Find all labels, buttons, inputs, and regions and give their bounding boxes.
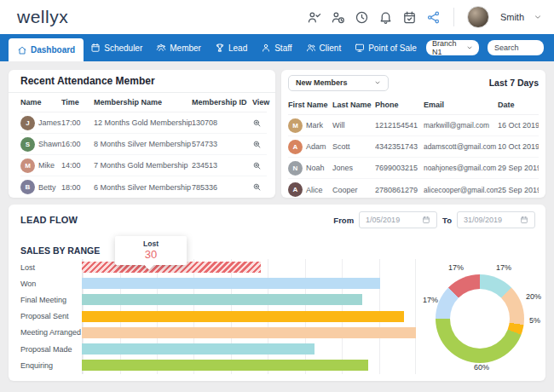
donut-chart[interactable] [436, 274, 524, 363]
header-icons [307, 10, 441, 25]
attendance-title-row: Recent Attendance Member [9, 70, 275, 93]
calendar-icon [520, 216, 528, 224]
bar-row-meeting-arranged: Meeting Arranged [20, 325, 421, 341]
attendance-time: 18:00 [61, 183, 94, 192]
tab-label: Member [170, 43, 201, 53]
bar-meeting-arranged[interactable] [82, 327, 416, 338]
member-avatar: A [288, 140, 303, 154]
to-date-input[interactable]: 31/09/2019 [457, 211, 535, 228]
view-icon[interactable] [252, 161, 267, 170]
col-membership-name: Membership Name [94, 98, 192, 107]
bar-track [82, 278, 416, 289]
bar-proposal-made[interactable] [82, 343, 315, 355]
bar-track [82, 294, 416, 305]
bell-icon[interactable] [378, 10, 393, 25]
tab-scheduler[interactable]: Scheduler [84, 34, 149, 61]
attendance-row: JJames17:0012 Months Gold Membership1307… [20, 112, 267, 134]
email: noahjones@gmail.com [424, 164, 498, 172]
user-clock-icon[interactable] [331, 10, 345, 25]
col-membership-id: Membership ID [192, 98, 252, 107]
join-date: 25 Sep 2019 [498, 186, 539, 194]
tab-client[interactable]: Client [299, 34, 349, 61]
recent-attendance-card: Recent Attendance Member Name Time Membe… [9, 70, 275, 198]
bar-enquiring[interactable] [82, 360, 368, 371]
donut-label: 20% [526, 292, 541, 301]
attendance-table-body: JJames17:0012 Months Gold Membership1307… [9, 112, 275, 198]
donut-label: 17% [448, 263, 464, 272]
members-filter-select[interactable]: New Members [288, 75, 389, 91]
user-name[interactable]: Smith [500, 12, 524, 22]
tab-label: Client [320, 43, 342, 53]
new-members-card: New Members Last 7 Days First Name Last … [281, 70, 545, 198]
header-divider [453, 8, 454, 26]
member-name: James [38, 118, 61, 127]
branch-select-value: Branch N1 [432, 39, 466, 56]
bar-won[interactable] [82, 278, 380, 289]
tab-staff[interactable]: Staff [254, 34, 298, 61]
calendar-icon [422, 216, 430, 224]
first-name: Noah [306, 164, 325, 172]
calendar-check-icon[interactable] [402, 10, 417, 25]
phone: 2780861279 [375, 186, 424, 194]
lead-flow-card: LEAD FLOW From 1/05/2019 To 31/09/2019 S… [9, 205, 545, 381]
search-input[interactable] [488, 40, 544, 55]
from-date-value: 1/05/2019 [366, 216, 400, 224]
bar-track [82, 360, 416, 371]
bar-category-label: Enquiring [20, 361, 82, 370]
join-date: 29 Sep 2019 [498, 164, 539, 172]
tab-label: Dashboard [31, 45, 75, 55]
view-icon[interactable] [252, 118, 267, 128]
header-actions: Smith [307, 6, 542, 28]
bar-proposal-sent[interactable] [82, 311, 404, 322]
dashboard-page: wellyx Smith DashboardSchedulerMemberLea… [0, 0, 554, 392]
clock-icon[interactable] [355, 10, 369, 25]
first-name: Adam [306, 142, 326, 151]
date-range-controls: From 1/05/2019 To 31/09/2019 [333, 211, 535, 228]
member-avatar: A [288, 182, 303, 197]
user-check-icon[interactable] [307, 10, 321, 25]
chevron-down-icon [466, 44, 473, 51]
user-menu-chevron-icon[interactable] [534, 13, 542, 21]
attendance-title: Recent Attendance Member [20, 75, 155, 87]
member-avatar: S [20, 137, 35, 152]
tooltip-value: 30 [115, 248, 187, 261]
sales-by-range-title: SALES BY RANGE [20, 245, 100, 256]
member-avatar: M [20, 159, 35, 173]
members-filter-value: New Members [296, 78, 348, 87]
first-name: Alice [306, 186, 323, 194]
from-date-input[interactable]: 1/05/2019 [359, 211, 437, 228]
phone: 4342351743 [375, 142, 424, 151]
bar-row-proposal-sent: Proposal Sent [20, 308, 421, 325]
to-date-value: 31/09/2019 [464, 216, 502, 224]
bar-category-label: Proposal Made [20, 345, 82, 354]
bar-row-proposal-made: Proposal Made [20, 341, 421, 357]
app-logo: wellyx [17, 7, 68, 27]
tab-member[interactable]: Member [149, 34, 208, 61]
branch-select[interactable]: Branch N1 [426, 40, 479, 55]
bar-category-label: Proposal Sent [20, 312, 82, 320]
bar-final-meeting[interactable] [82, 294, 362, 305]
new-member-row: NNoahJones7699003215noahjones@gmail.com2… [288, 158, 539, 179]
lead-flow-title: LEAD FLOW [20, 215, 78, 225]
col-last-name: Last Name [332, 101, 375, 109]
join-date: 10 Oct 2019 [498, 142, 539, 151]
last-name: Jones [332, 164, 375, 172]
tooltip-label: Lost [115, 239, 187, 248]
view-icon[interactable] [252, 140, 267, 149]
calendar-icon [90, 43, 101, 53]
view-icon[interactable] [252, 182, 267, 192]
tab-point-of-sale[interactable]: Point of Sale [348, 34, 424, 61]
member-avatar: N [288, 161, 303, 176]
members-table-header: First Name Last Name Phone Email Date [288, 95, 539, 115]
trophy-icon [215, 43, 225, 53]
tab-lead[interactable]: Lead [208, 34, 254, 61]
user-avatar[interactable] [467, 6, 489, 28]
chart-tooltip: Lost 30 [115, 236, 187, 265]
bar-chart: LostWonFinal MeetingProposal SentMeeting… [20, 259, 421, 373]
last-name: Will [332, 121, 375, 130]
tab-dashboard[interactable]: Dashboard [9, 38, 84, 61]
share-icon[interactable] [426, 10, 441, 25]
tab-label: Point of Sale [368, 43, 417, 53]
nav-right-controls: Branch N1 [426, 40, 544, 55]
members-table-body: MMarkWill1212154541markwill@gmail.com16 … [281, 115, 545, 200]
